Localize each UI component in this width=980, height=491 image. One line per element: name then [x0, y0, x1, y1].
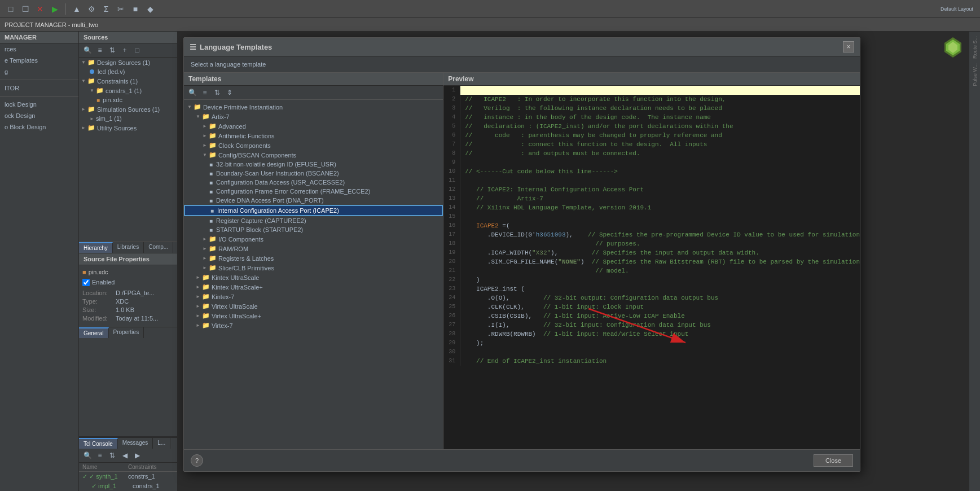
run-icon[interactable]: ▶ — [49, 3, 61, 15]
tab-general[interactable]: General — [79, 327, 109, 338]
refresh-btn[interactable]: □ — [132, 45, 142, 55]
templates-tree: ▼ 📁 Device Primitive Instantiation ▼ 📁 A… — [184, 100, 443, 449]
tpl-virtex-ultrascale[interactable]: ► 📁 Virtex UltraScale — [184, 301, 443, 311]
constraints-node[interactable]: ▼ 📁 Constraints (1) — [79, 76, 177, 86]
tcl-sort-btn[interactable]: ⇅ — [107, 450, 117, 461]
main-layout: MANAGER rces e Templates g ITOR lock Des… — [0, 32, 980, 491]
enabled-label: Enabled — [92, 279, 115, 286]
dialog-templates-panel: Templates 🔍 ≡ ⇅ ⇕ ▼ 📁 — [184, 73, 443, 449]
led-file-node[interactable]: led (led.v) — [79, 67, 177, 76]
design-sources-node[interactable]: ▼ 📁 Design Sources (1) — [79, 58, 177, 67]
tpl-registers[interactable]: ► 📁 Registers & Latches — [184, 253, 443, 263]
tab-comp[interactable]: Comp... — [144, 242, 173, 253]
tpl-io-components[interactable]: ► 📁 I/O Components — [184, 234, 443, 244]
code-line-17: 17 .DEVICE_ID(0'h3651093), // Specifies … — [443, 230, 860, 239]
tpl-config-bscan[interactable]: ▼ 📁 Config/BSCAN Components — [184, 150, 443, 160]
sidebar-item-log[interactable]: g — [0, 66, 78, 77]
tcl-prev-btn[interactable]: ◀ — [120, 450, 130, 461]
size-label: Size: — [82, 306, 113, 313]
code-line-12: 12 // ICAPE2: Internal Configuration Acc… — [443, 185, 860, 194]
layout-icon[interactable]: Default Layout — [938, 3, 975, 15]
add-btn[interactable]: + — [120, 45, 130, 55]
tpl-ram-rom[interactable]: ► 📁 RAM/ROM — [184, 244, 443, 253]
tpl-bscane2[interactable]: ■ Boundary-Scan User Instruction (BSCANE… — [184, 169, 443, 178]
dialog-close-btn[interactable]: × — [843, 41, 854, 52]
dialog-title-bar: ☰ Language Templates × — [184, 38, 860, 56]
tcl-row-impl[interactable]: ✓ impl_1 constrs_1 — [79, 481, 177, 491]
tcl-row-synth[interactable]: ✓ ✓ synth_1 constrs_1 — [79, 472, 177, 481]
tpl-frame-ecce2[interactable]: ■ Configuration Frame Error Correction (… — [184, 187, 443, 196]
pin-xdc-node[interactable]: ■ pin.xdc — [79, 95, 177, 104]
sidebar-item-monitor[interactable]: ITOR — [0, 82, 78, 94]
tpl-dna-port[interactable]: ■ Device DNA Access Port (DNA_PORT) — [184, 196, 443, 205]
code-line-23: 23 ICAPE2_inst ( — [443, 284, 860, 293]
tab-tcl-console[interactable]: Tcl Console — [79, 438, 118, 449]
constrs1-node[interactable]: ▼ 📁 constrs_1 (1) — [79, 86, 177, 95]
tab-libraries[interactable]: Libraries — [113, 242, 144, 253]
dialog-overlay: ☰ Language Templates × Select a language… — [178, 32, 980, 491]
tpl-usr-accesse2[interactable]: ■ Configuration Data Access (USR_ACCESSE… — [184, 178, 443, 187]
tpl-efuse[interactable]: ■ 32-bit non-volatile design ID (EFUSE_U… — [184, 160, 443, 169]
new-file-icon[interactable]: □ — [5, 3, 17, 15]
tpl-advanced[interactable]: ► 📁 Advanced — [184, 121, 443, 131]
report-icon[interactable]: Σ — [100, 3, 112, 15]
impl-icon[interactable]: ▲ — [71, 3, 83, 15]
tpl-artix7[interactable]: ▼ 📁 Artix-7 — [184, 112, 443, 121]
tpl-arithmetic[interactable]: ► 📁 Arithmetic Functions — [184, 131, 443, 141]
sidebar-item-templates[interactable]: e Templates — [0, 55, 78, 66]
sidebar-item-lock-design[interactable]: lock Design — [0, 99, 78, 110]
sources-toolbar: 🔍 ≡ ⇅ + □ — [79, 43, 177, 58]
tcl-toolbar: 🔍 ≡ ⇅ ◀ ▶ — [79, 449, 177, 463]
flash-icon[interactable]: ■ — [129, 3, 142, 15]
help-button[interactable]: ? — [191, 454, 203, 467]
tpl-kintex-ultrascale[interactable]: ► 📁 Kintex UltraScale — [184, 273, 443, 282]
code-line-28: 28 .RDWRB(RDWRB) // 1-bit input: Read/Wr… — [443, 330, 860, 339]
search-btn[interactable]: 🔍 — [82, 45, 93, 55]
sidebar-item-sources[interactable]: rces — [0, 43, 78, 55]
tpl-kintex-ultrascale-plus[interactable]: ► 📁 Kintex UltraScale+ — [184, 282, 443, 292]
tab-properties[interactable]: Properties — [109, 327, 144, 338]
enabled-checkbox[interactable] — [82, 279, 90, 286]
tpl-kintex7[interactable]: ► 📁 Kintex-7 — [184, 292, 443, 301]
tpl-icape2[interactable]: ■ Internal Configuration Access Port (IC… — [184, 205, 443, 216]
props-tabs: General Properties — [79, 327, 177, 338]
tpl-expand-btn[interactable]: ⇕ — [225, 87, 235, 98]
tab-messages[interactable]: Messages — [118, 438, 153, 449]
sort-btn[interactable]: ⇅ — [107, 45, 117, 55]
close-button[interactable]: Close — [814, 454, 853, 467]
tpl-sort-btn[interactable]: ⇅ — [212, 87, 222, 98]
tpl-startupe2[interactable]: ■ STARTUP Block (STARTUPE2) — [184, 225, 443, 234]
sources-tabs: Hierarchy Libraries Comp... — [79, 242, 177, 253]
tab-hierarchy[interactable]: Hierarchy — [79, 242, 113, 253]
tcl-next-btn[interactable]: ▶ — [132, 450, 142, 461]
tcl-search-btn[interactable]: 🔍 — [82, 450, 93, 461]
code-line-6: 6 // code : parenthesis may be changed t… — [443, 131, 860, 140]
tpl-slice-clb[interactable]: ► 📁 Slice/CLB Primitives — [184, 263, 443, 273]
utility-sources-node[interactable]: ► 📁 Utility Sources — [79, 123, 177, 133]
simulation-sources-node[interactable]: ► 📁 Simulation Sources (1) — [79, 104, 177, 114]
sim1-node[interactable]: ► sim_1 (1) — [79, 114, 177, 123]
clock-icon[interactable]: ✂ — [115, 3, 127, 15]
code-line-21: 21 // model. — [443, 266, 860, 275]
close-icon[interactable]: ✕ — [34, 3, 46, 15]
tpl-capturee2[interactable]: ■ Register Capture (CAPTUREE2) — [184, 216, 443, 225]
tab-log[interactable]: L... — [153, 438, 170, 449]
sidebar-item-open-block-design[interactable]: o Block Design — [0, 121, 78, 133]
code-line-8: 8 // : and outputs must be connected. — [443, 149, 860, 158]
open-icon[interactable]: ☐ — [19, 3, 32, 15]
tpl-device-primitive[interactable]: ▼ 📁 Device Primitive Instantiation — [184, 102, 443, 112]
tpl-filter-btn[interactable]: ≡ — [200, 87, 210, 98]
tpl-virtex-ultrascale-plus[interactable]: ► 📁 Virtex UltraScale+ — [184, 311, 443, 321]
tcl-columns: Name Constraints — [79, 463, 177, 472]
settings-icon[interactable]: ⚙ — [85, 3, 98, 15]
tcl-filter-btn[interactable]: ≡ — [95, 450, 105, 461]
drc-icon[interactable]: ◆ — [144, 3, 156, 15]
type-label: Type: — [82, 298, 113, 305]
tpl-clock[interactable]: ► 📁 Clock Components — [184, 141, 443, 150]
props-filename: ■ pin.xdc — [82, 269, 174, 275]
props-content: ■ pin.xdc Enabled Location: D:/FPGA_te..… — [79, 265, 177, 327]
sidebar-item-block-design[interactable]: ock Design — [0, 110, 78, 121]
filter-btn[interactable]: ≡ — [95, 45, 105, 55]
tpl-search-btn[interactable]: 🔍 — [187, 87, 197, 98]
tpl-virtex7[interactable]: ► 📁 Virtex-7 — [184, 321, 443, 330]
